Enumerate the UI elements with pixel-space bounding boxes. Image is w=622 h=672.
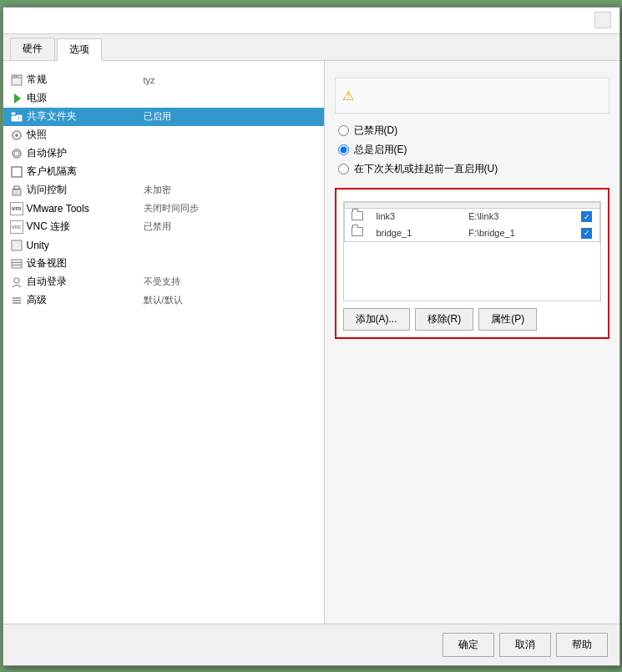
setting-row-unity[interactable]: Unity — [3, 236, 324, 255]
setting-name-power: 电源 — [27, 91, 47, 105]
radio-group: 已禁用(D)总是启用(E)在下次关机或挂起前一直启用(U) — [335, 124, 609, 176]
setting-icon-unity — [10, 239, 23, 252]
name-cell-autologin: 自动登录 — [10, 275, 144, 289]
setting-name-autologin: 自动登录 — [27, 275, 67, 289]
setting-row-shared-folders[interactable]: ↑共享文件夹已启用 — [3, 108, 324, 126]
folder-section: link3E:\link3✓bridge_1F:\bridge_1✓ 添加(A)… — [335, 188, 609, 339]
name-cell-unity: Unity — [10, 239, 144, 252]
radio-input-always[interactable] — [338, 144, 349, 155]
footer-btn-ok[interactable]: 确定 — [442, 633, 494, 657]
info-box: ⚠ — [335, 78, 609, 114]
setting-row-snapshots[interactable]: 快照 — [3, 126, 324, 144]
setting-row-access-control[interactable]: 访问控制未加密 — [3, 181, 324, 200]
radio-next-off[interactable]: 在下次关机或挂起前一直启用(U) — [338, 162, 609, 176]
tab-options[interactable]: 选项 — [57, 38, 102, 61]
footer-btn-cancel[interactable]: 取消 — [499, 633, 551, 657]
col-path-label — [462, 202, 574, 208]
folder-path-1: F:\bridge_1 — [462, 225, 574, 241]
svg-point-18 — [14, 278, 19, 283]
close-button[interactable] — [594, 12, 611, 28]
folder-check-0[interactable]: ✓ — [574, 208, 599, 225]
setting-name-shared-folders: 共享文件夹 — [27, 109, 77, 124]
table-header-row — [344, 202, 599, 208]
setting-name-access-control: 访问控制 — [27, 183, 67, 197]
folder-btn-add[interactable]: 添加(A)... — [343, 308, 410, 331]
dialog: 硬件选项 常规tyz电源↑共享文件夹已启用快照自动保护客户机隔离访问控制未加密v… — [3, 7, 620, 666]
title-bar — [3, 8, 619, 34]
radio-label-disabled: 已禁用(D) — [354, 124, 398, 138]
footer: 确定取消帮助 — [3, 624, 619, 665]
setting-row-vmware-tools[interactable]: vmVMware Tools关闭时间同步 — [3, 200, 324, 218]
setting-row-guest-isolation[interactable]: 客户机隔离 — [3, 163, 324, 181]
name-cell-vmware-tools: vmVMware Tools — [10, 202, 144, 215]
folder-table: link3E:\link3✓bridge_1F:\bridge_1✓ — [344, 202, 600, 242]
svg-rect-17 — [12, 265, 22, 265]
radio-input-next-off[interactable] — [338, 164, 349, 174]
footer-btn-help[interactable]: 帮助 — [556, 633, 608, 657]
col-name-label — [370, 202, 463, 208]
svg-point-10 — [14, 151, 19, 156]
name-cell-access-control: 访问控制 — [10, 183, 144, 197]
setting-icon-shared-folders: ↑ — [10, 110, 23, 124]
folder-table-wrapper: link3E:\link3✓bridge_1F:\bridge_1✓ — [343, 201, 601, 301]
settings-list: 常规tyz电源↑共享文件夹已启用快照自动保护客户机隔离访问控制未加密vmVMwa… — [3, 71, 324, 310]
check-mark-0: ✓ — [581, 211, 592, 222]
warning-icon: ⚠ — [342, 86, 354, 106]
setting-row-autologin[interactable]: 自动登录不受支持 — [3, 273, 324, 291]
tab-hardware[interactable]: 硬件 — [10, 38, 55, 60]
setting-icon-autologin — [10, 275, 23, 289]
setting-row-autoprotect[interactable]: 自动保护 — [3, 144, 324, 163]
name-cell-general: 常规 — [10, 73, 144, 87]
name-cell-snapshots: 快照 — [10, 128, 144, 142]
col-name-header — [344, 202, 370, 208]
setting-name-device-view: 设备视图 — [27, 256, 67, 270]
setting-name-advanced: 高级 — [27, 293, 47, 307]
content-area: 常规tyz电源↑共享文件夹已启用快照自动保护客户机隔离访问控制未加密vmVMwa… — [3, 61, 619, 624]
setting-summary-general: tyz — [144, 75, 317, 85]
setting-icon-general — [10, 73, 23, 87]
setting-row-general[interactable]: 常规tyz — [3, 71, 324, 89]
name-cell-power: 电源 — [10, 91, 144, 105]
svg-point-8 — [15, 134, 18, 137]
setting-row-device-view[interactable]: 设备视图 — [3, 255, 324, 273]
svg-rect-16 — [12, 262, 22, 263]
setting-row-advanced[interactable]: 高级默认/默认 — [3, 291, 324, 310]
svg-rect-11 — [12, 167, 22, 177]
name-cell-device-view: 设备视图 — [10, 256, 144, 270]
folder-row-0[interactable]: link3E:\link3✓ — [344, 208, 599, 225]
setting-summary-access-control: 未加密 — [144, 184, 317, 196]
radio-input-disabled[interactable] — [338, 125, 349, 136]
tabs-bar: 硬件选项 — [3, 34, 619, 61]
folder-button-row: 添加(A)...移除(R)属性(P) — [343, 308, 601, 331]
radio-always[interactable]: 总是启用(E) — [338, 143, 609, 157]
setting-name-vnc-connection: VNC 连接 — [27, 220, 71, 234]
radio-disabled[interactable]: 已禁用(D) — [338, 124, 609, 138]
svg-text:↑: ↑ — [17, 114, 20, 122]
setting-icon-access-control — [10, 184, 23, 197]
setting-icon-guest-isolation — [10, 165, 23, 179]
setting-icon-device-view — [10, 257, 23, 270]
svg-marker-3 — [14, 93, 21, 104]
name-cell-guest-isolation: 客户机隔离 — [10, 164, 144, 179]
folder-btn-properties[interactable]: 属性(P) — [478, 308, 537, 331]
setting-icon-vmware-tools: vm — [10, 202, 23, 215]
setting-summary-vmware-tools: 关闭时间同步 — [144, 202, 317, 215]
folder-btn-remove[interactable]: 移除(R) — [415, 308, 474, 331]
folder-row-1[interactable]: bridge_1F:\bridge_1✓ — [344, 225, 599, 241]
svg-rect-14 — [12, 240, 22, 250]
setting-icon-power — [10, 92, 23, 105]
setting-row-vnc-connection[interactable]: vncVNC 连接已禁用 — [3, 218, 324, 236]
name-cell-vnc-connection: vncVNC 连接 — [10, 220, 144, 234]
setting-icon-vnc-connection: vnc — [10, 220, 23, 234]
setting-row-power[interactable]: 电源 — [3, 89, 324, 108]
folder-check-1[interactable]: ✓ — [574, 225, 599, 241]
svg-rect-5 — [11, 112, 16, 115]
setting-name-unity: Unity — [27, 240, 49, 251]
setting-summary-vnc-connection: 已禁用 — [144, 220, 317, 233]
svg-rect-2 — [13, 75, 18, 78]
svg-rect-15 — [12, 260, 22, 268]
setting-icon-autoprotect — [10, 147, 23, 160]
col-check-header — [574, 202, 599, 208]
radio-label-always: 总是启用(E) — [354, 143, 407, 157]
check-mark-1: ✓ — [581, 228, 592, 239]
